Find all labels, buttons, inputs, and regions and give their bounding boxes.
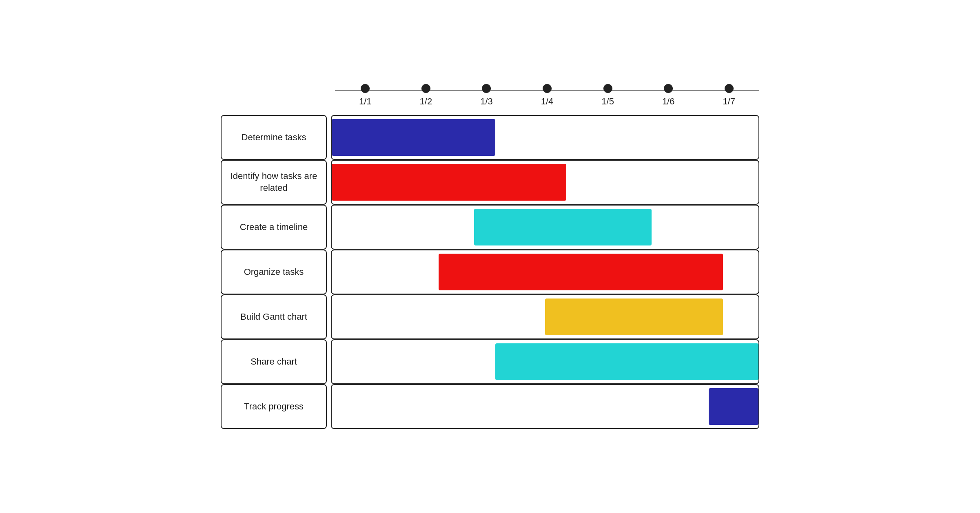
task-bar-organize-tasks: [439, 254, 723, 290]
timeline-point-2: 1/3: [456, 84, 517, 107]
timeline-point-0: 1/1: [335, 84, 396, 107]
timeline-dot: [603, 84, 612, 93]
task-bar-share-chart: [495, 343, 758, 380]
task-label-build-gantt: Build Gantt chart: [221, 294, 327, 339]
task-bar-container-build-gantt: [331, 294, 759, 339]
task-label-share-chart: Share chart: [221, 339, 327, 384]
timeline-date-label: 1/5: [601, 96, 614, 107]
task-row-identify-tasks: Identify how tasks are related: [221, 160, 759, 205]
task-bar-container-track-progress: [331, 384, 759, 429]
task-label-track-progress: Track progress: [221, 384, 327, 429]
timeline-labels: 1/11/21/31/41/51/61/7: [335, 84, 759, 107]
timeline-date-label: 1/1: [359, 96, 372, 107]
task-bar-container-identify-tasks: [331, 160, 759, 205]
task-bar-container-share-chart: [331, 339, 759, 384]
timeline-date-label: 1/6: [662, 96, 675, 107]
task-label-create-timeline: Create a timeline: [221, 205, 327, 250]
task-bar-create-timeline: [474, 209, 652, 245]
task-bar-track-progress: [709, 388, 758, 425]
task-bar-build-gantt: [545, 299, 723, 335]
timeline-point-3: 1/4: [517, 84, 578, 107]
timeline-dot: [482, 84, 491, 93]
timeline-point-1: 1/2: [396, 84, 457, 107]
task-bar-determine-tasks: [332, 119, 495, 156]
task-bar-container-organize-tasks: [331, 250, 759, 294]
timeline-dot: [725, 84, 734, 93]
timeline-dot: [361, 84, 370, 93]
timeline-dot: [543, 84, 552, 93]
timeline-date-label: 1/4: [541, 96, 554, 107]
task-bar-container-determine-tasks: [331, 115, 759, 160]
gantt-rows: Determine tasksIdentify how tasks are re…: [221, 115, 759, 429]
timeline-date-label: 1/3: [480, 96, 493, 107]
timeline-dot: [664, 84, 673, 93]
timeline-point-6: 1/7: [698, 84, 759, 107]
timeline-date-label: 1/2: [420, 96, 432, 107]
task-row-organize-tasks: Organize tasks: [221, 250, 759, 294]
timeline-header: 1/11/21/31/41/51/61/7: [335, 84, 759, 107]
task-label-determine-tasks: Determine tasks: [221, 115, 327, 160]
task-row-build-gantt: Build Gantt chart: [221, 294, 759, 339]
task-bar-container-create-timeline: [331, 205, 759, 250]
task-label-identify-tasks: Identify how tasks are related: [221, 160, 327, 205]
timeline-point-5: 1/6: [638, 84, 699, 107]
task-row-determine-tasks: Determine tasks: [221, 115, 759, 160]
task-row-share-chart: Share chart: [221, 339, 759, 384]
task-label-organize-tasks: Organize tasks: [221, 250, 327, 294]
gantt-chart: 1/11/21/31/41/51/61/7 Determine tasksIde…: [204, 72, 776, 441]
timeline-dot: [421, 84, 430, 93]
task-row-track-progress: Track progress: [221, 384, 759, 429]
task-row-create-timeline: Create a timeline: [221, 205, 759, 250]
task-bar-identify-tasks: [332, 164, 566, 201]
timeline-point-4: 1/5: [577, 84, 638, 107]
timeline-date-label: 1/7: [723, 96, 735, 107]
